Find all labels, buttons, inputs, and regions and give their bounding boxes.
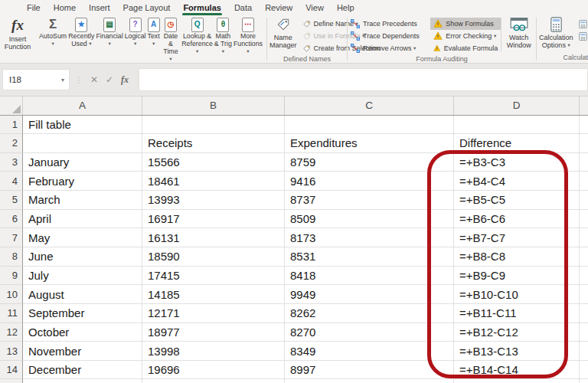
name-box-dropdown-icon[interactable]: ▾ (61, 77, 69, 83)
formula-input[interactable] (139, 68, 588, 91)
cell-filler[interactable] (580, 134, 588, 153)
function-library-button[interactable]: ⋯ More Functions (233, 15, 263, 63)
calculation-options-button[interactable]: Calculation Options (537, 15, 576, 53)
column-header-b[interactable]: B (142, 97, 285, 115)
cell-col-c[interactable]: 9416 (285, 172, 454, 191)
column-header-d[interactable]: D (454, 97, 580, 115)
cell-col-a[interactable]: Fill table (23, 116, 142, 135)
cell-col-a[interactable]: March (23, 191, 142, 210)
row-header[interactable]: 12 (0, 323, 23, 342)
row-header[interactable]: 4 (0, 172, 23, 191)
formula-auditing-item[interactable]: Evaluate Formula (430, 42, 501, 54)
cell-col-d[interactable]: Difference (454, 134, 580, 153)
formula-bar-resize-handle[interactable]: ⋮ (75, 76, 83, 84)
cell-col-a[interactable]: December (23, 361, 142, 380)
cell-col-d[interactable] (454, 116, 580, 135)
function-library-button[interactable]: Σ AutoSum (38, 15, 67, 63)
column-header-a[interactable]: A (23, 97, 142, 115)
function-library-button[interactable]: ◷ Date & Time (161, 15, 181, 63)
cell-filler[interactable] (580, 361, 588, 380)
formula-auditing-item[interactable]: Trace Precedents (348, 18, 430, 30)
function-library-button[interactable]: Q Lookup & Reference (181, 15, 214, 63)
function-library-button[interactable]: ? Logical (124, 15, 147, 63)
row-header[interactable]: 8 (0, 247, 23, 267)
cell-col-d[interactable]: =+B11-C11 (454, 304, 580, 323)
cell-col-d[interactable]: =+B10-C10 (454, 285, 580, 304)
cell-col-a[interactable]: November (23, 342, 142, 361)
row-header[interactable]: 7 (0, 228, 23, 247)
formula-auditing-item[interactable]: Error Checking (430, 30, 501, 42)
cell-col-d[interactable]: =+B6-C6 (454, 210, 580, 229)
watch-window-button[interactable]: Watch Window (501, 15, 536, 54)
cell-filler[interactable] (580, 116, 588, 135)
cell-col-a[interactable]: September (23, 304, 142, 323)
calculation-item[interactable]: Ca (576, 18, 588, 30)
row-header[interactable]: 3 (0, 153, 23, 172)
cell-col-a[interactable]: October (23, 323, 142, 342)
cell-filler[interactable] (580, 267, 588, 286)
cell-col-c[interactable]: 8173 (285, 228, 454, 247)
function-library-button[interactable]: θ Math & Trig (214, 15, 233, 63)
row-header[interactable]: 10 (0, 285, 23, 304)
ribbon-tab[interactable]: Data (233, 1, 253, 15)
cell-col-d[interactable]: =+B9-C9 (454, 267, 580, 286)
cell-filler[interactable] (580, 342, 588, 361)
row-header[interactable]: 6 (0, 210, 23, 229)
row-header[interactable]: 5 (0, 191, 23, 210)
cell-col-c[interactable]: 8418 (285, 267, 454, 286)
cell-col-b[interactable]: 16131 (142, 228, 285, 247)
cell-col-d[interactable]: =+B12-C12 (454, 323, 580, 342)
select-all-corner[interactable] (0, 97, 23, 115)
cell-col-a[interactable]: August (23, 285, 142, 304)
ribbon-tab[interactable]: Insert (87, 1, 112, 15)
cell-col-c[interactable]: 8270 (285, 323, 454, 342)
cell-filler[interactable] (580, 210, 588, 229)
cell-col-b[interactable]: 12171 (142, 304, 285, 323)
row-header[interactable]: 14 (0, 361, 23, 380)
cell-col-a[interactable]: July (23, 267, 142, 286)
cell-filler[interactable] (580, 285, 588, 304)
cell-col-a[interactable]: January (23, 153, 142, 172)
row-header[interactable]: 2 (0, 134, 23, 153)
ribbon-tab[interactable]: Formulas (181, 1, 223, 15)
name-manager-button[interactable]: Name Manager (267, 15, 299, 54)
cell-col-d[interactable]: =+B13-C13 (454, 342, 580, 361)
cell-filler[interactable] (580, 304, 588, 323)
ribbon-tab[interactable]: Page Layout (122, 1, 172, 15)
ribbon-tab[interactable]: Review (263, 1, 294, 15)
cancel-icon[interactable]: ✕ (87, 74, 102, 85)
ribbon-tab[interactable]: Home (52, 1, 77, 15)
cell-col-b[interactable] (142, 116, 285, 135)
row-header[interactable]: 9 (0, 267, 23, 286)
cell-filler[interactable] (580, 228, 588, 247)
cell-filler[interactable] (580, 172, 588, 191)
cell-col-b[interactable]: 13993 (142, 191, 285, 210)
ribbon-tab[interactable]: View (304, 1, 325, 15)
formula-auditing-item[interactable]: Remove Arrows (348, 42, 430, 54)
function-library-button[interactable]: A Text (147, 15, 161, 63)
cell-col-c[interactable]: 8349 (285, 342, 454, 361)
cell-col-b[interactable]: 17415 (142, 267, 285, 286)
column-header-c[interactable]: C (285, 97, 454, 115)
cell-col-d[interactable]: =+B5-C5 (454, 191, 580, 210)
cell-col-c[interactable] (285, 116, 454, 135)
function-library-button[interactable]: ▤ Financial (95, 15, 123, 63)
function-library-button[interactable]: ★ Recently Used (67, 15, 95, 63)
cell-col-a[interactable]: June (23, 247, 142, 267)
cell-filler[interactable] (580, 153, 588, 172)
name-box[interactable]: I18 ▾ (2, 69, 70, 90)
calculation-item[interactable]: Ca (576, 30, 588, 42)
cell-col-c[interactable]: Expenditures (285, 134, 454, 153)
cell-col-d[interactable]: =+B14-C14 (454, 361, 580, 380)
insert-function-fx-icon[interactable]: fx (117, 74, 132, 86)
cell-col-a[interactable]: May (23, 228, 142, 247)
cell-filler[interactable] (580, 247, 588, 267)
cell-col-c[interactable]: 8997 (285, 361, 454, 380)
cell-col-a[interactable] (23, 134, 142, 153)
ribbon-tab[interactable]: Help (335, 1, 356, 15)
ribbon-tab[interactable]: File (25, 1, 42, 15)
cell-col-b[interactable]: 14185 (142, 285, 285, 304)
cell-col-d[interactable]: =+B4-C4 (454, 172, 580, 191)
cell-col-c[interactable]: 9949 (285, 285, 454, 304)
enter-icon[interactable]: ✓ (102, 74, 117, 85)
